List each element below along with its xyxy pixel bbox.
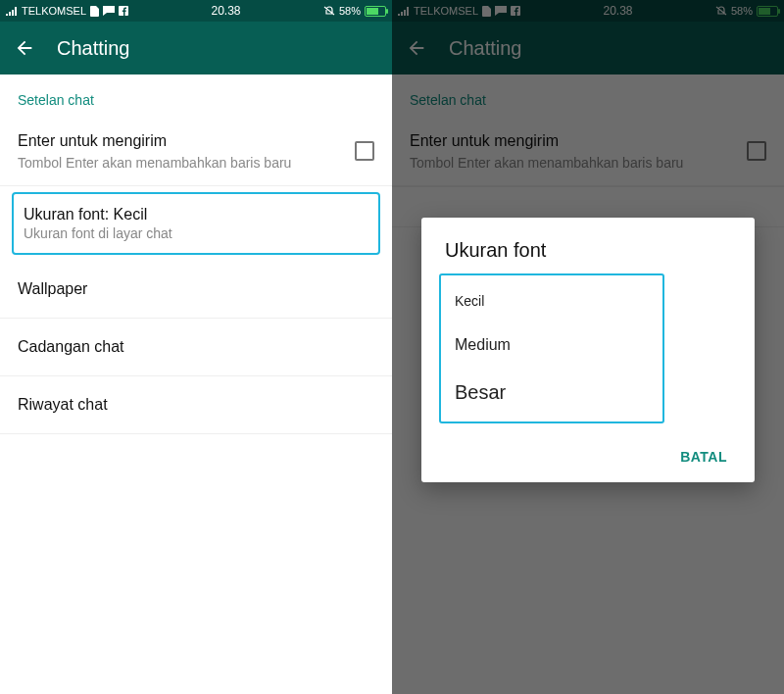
row-title: Ukuran font: Kecil bbox=[24, 206, 368, 223]
battery-pct: 58% bbox=[339, 5, 361, 17]
dialog-title: Ukuran font bbox=[445, 239, 737, 262]
status-time: 20.38 bbox=[211, 4, 240, 18]
row-subtitle: Ukuran font di layar chat bbox=[24, 225, 368, 241]
row-history[interactable]: Riwayat chat bbox=[0, 376, 392, 434]
facebook-icon bbox=[119, 6, 128, 16]
option-large[interactable]: Besar bbox=[441, 368, 662, 418]
row-font-size[interactable]: Ukuran font: Kecil Ukuran font di layar … bbox=[12, 192, 380, 255]
battery-icon bbox=[365, 6, 386, 17]
font-size-dialog: Ukuran font Kecil Medium Besar BATAL bbox=[421, 218, 755, 482]
row-backup[interactable]: Cadangan chat bbox=[0, 319, 392, 376]
cancel-button[interactable]: BATAL bbox=[670, 441, 737, 472]
app-bar: Chatting bbox=[0, 22, 392, 74]
sim-icon bbox=[90, 6, 99, 17]
screen-font-dialog: TELKOMSEL 20.38 58% Chatting Setelan bbox=[392, 0, 784, 694]
checkbox-enter-to-send[interactable] bbox=[355, 141, 374, 161]
page-title: Chatting bbox=[57, 37, 130, 60]
section-header: Setelan chat bbox=[0, 74, 392, 118]
settings-list: Setelan chat Enter untuk mengirim Tombol… bbox=[0, 74, 392, 694]
back-icon[interactable] bbox=[14, 37, 35, 59]
message-icon bbox=[103, 6, 115, 16]
row-wallpaper[interactable]: Wallpaper bbox=[0, 261, 392, 319]
screen-settings: TELKOMSEL 20.38 58% Chatting Setelan bbox=[0, 0, 392, 694]
option-medium[interactable]: Medium bbox=[441, 322, 662, 368]
font-options: Kecil Medium Besar bbox=[439, 273, 664, 423]
silent-icon bbox=[323, 5, 335, 17]
carrier-label: TELKOMSEL bbox=[22, 5, 86, 17]
status-bar: TELKOMSEL 20.38 58% bbox=[0, 0, 392, 22]
option-small[interactable]: Kecil bbox=[441, 279, 662, 322]
row-title: Enter untuk mengirim bbox=[18, 131, 343, 152]
signal-icon bbox=[6, 6, 18, 16]
row-subtitle: Tombol Enter akan menambahkan baris baru bbox=[18, 154, 343, 172]
row-enter-to-send[interactable]: Enter untuk mengirim Tombol Enter akan m… bbox=[0, 118, 392, 186]
